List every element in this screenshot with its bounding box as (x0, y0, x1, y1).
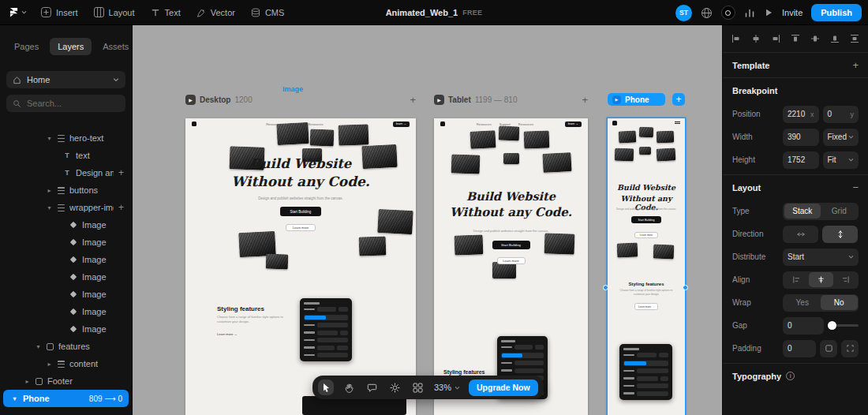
add-layer-icon[interactable]: + (118, 202, 124, 213)
learn-more-button[interactable]: Learn more (497, 257, 526, 264)
user-avatar[interactable]: ST (675, 5, 692, 21)
image-thumbnail[interactable] (339, 124, 369, 145)
hero-heading-line2[interactable]: Without any Code. (185, 174, 416, 189)
layer-row-image[interactable]: Image (0, 268, 132, 286)
slider-knob[interactable] (828, 321, 836, 330)
distribute-icon[interactable] (850, 34, 859, 43)
image-thumbnail[interactable] (617, 243, 638, 258)
image-thumbnail[interactable] (470, 130, 496, 149)
position-x-input[interactable]: 2210 x (783, 106, 819, 123)
image-thumbnail[interactable] (503, 153, 519, 164)
theme-toggle-icon[interactable] (387, 379, 402, 395)
gap-input[interactable]: 0 (783, 317, 824, 335)
layer-row-footer[interactable]: ▸ Footer (0, 372, 132, 390)
wrap-yes-option[interactable]: Yes (784, 295, 821, 310)
project-title[interactable]: Animated_Web_1 (386, 8, 458, 17)
collapse-section-icon[interactable]: − (852, 181, 859, 193)
image-thumbnail[interactable] (492, 262, 516, 279)
padding-uniform-button[interactable] (820, 340, 837, 357)
selection-handle-left[interactable] (603, 285, 608, 290)
selected-element-label[interactable]: Image (282, 85, 303, 93)
info-icon[interactable]: i (786, 372, 795, 380)
direction-vertical-button[interactable] (822, 226, 858, 243)
align-bottom-icon[interactable] (830, 34, 840, 43)
layer-row-buttons[interactable]: ▸ buttons (0, 181, 132, 199)
add-layer-icon[interactable]: + (118, 167, 124, 178)
phone-frame[interactable]: Build Website Without any Code. Design a… (608, 118, 685, 415)
layer-row-image[interactable]: Image (0, 320, 132, 338)
layer-row-image[interactable]: Image (0, 286, 132, 303)
layer-row-image[interactable]: Image (0, 251, 132, 268)
position-y-input[interactable]: 0 y (823, 106, 859, 123)
image-thumbnail[interactable] (544, 233, 575, 254)
width-mode-dropdown[interactable]: Fixed (823, 129, 859, 146)
desktop-frame[interactable]: Resources Support Resources learn → Buil… (185, 118, 416, 415)
typography-section-header[interactable]: Typography i (732, 364, 859, 388)
selection-handle-right[interactable] (683, 285, 688, 290)
align-middle-vertical-icon[interactable] (810, 34, 820, 43)
image-thumbnail[interactable] (639, 147, 651, 155)
padding-input[interactable]: 0 (783, 340, 816, 357)
hero-subtext[interactable]: Design and publish websites straight fro… (614, 208, 679, 211)
caret-right-icon[interactable]: ▸ (46, 361, 53, 368)
image-thumbnail[interactable] (653, 245, 675, 260)
cms-menu-button[interactable]: CMS (245, 4, 290, 21)
learn-more-button[interactable]: Learn more (634, 232, 658, 238)
layer-row-content[interactable]: ▸ content (0, 355, 132, 372)
play-icon[interactable]: ▶ (185, 95, 196, 105)
caret-right-icon[interactable]: ▸ (24, 378, 31, 385)
image-thumbnail[interactable] (499, 126, 520, 141)
caret-down-icon[interactable]: ▾ (46, 135, 53, 142)
image-thumbnail[interactable] (377, 209, 413, 234)
image-thumbnail[interactable] (310, 129, 335, 146)
hero-subtext[interactable]: Design and publish websites straight fro… (447, 229, 576, 233)
image-thumbnail[interactable] (657, 131, 675, 144)
align-left-icon[interactable] (731, 34, 741, 43)
text-tool-button[interactable]: Text (144, 4, 187, 21)
layout-section-header[interactable]: Layout − (732, 175, 859, 200)
image-thumbnail[interactable] (639, 127, 653, 138)
hero-heading-line2[interactable]: Without any Code. (434, 205, 588, 219)
hero-subtext[interactable]: Design and publish websites straight fro… (204, 196, 397, 200)
styling-panel-mockup[interactable] (300, 298, 352, 361)
play-icon[interactable]: ▶ (434, 95, 444, 105)
add-breakpoint-button[interactable]: + (672, 93, 685, 106)
styling-panel-mockup[interactable] (619, 344, 672, 400)
image-thumbnail[interactable] (619, 130, 637, 143)
image-thumbnail[interactable] (615, 148, 634, 162)
image-thumbnail[interactable] (359, 236, 387, 256)
tab-pages[interactable]: Pages (6, 38, 47, 55)
layer-row-text[interactable]: T text (0, 147, 132, 164)
image-thumbnail[interactable] (657, 148, 676, 161)
invite-button[interactable]: Invite (782, 8, 803, 17)
distribute-dropdown[interactable]: Start (783, 249, 859, 266)
vector-tool-button[interactable]: Vector (190, 4, 241, 21)
comment-tool-button[interactable] (364, 379, 380, 395)
align-top-icon[interactable] (791, 34, 800, 43)
align-center-option[interactable] (809, 272, 833, 287)
phone-frame-header[interactable]: ▶ Phone + (608, 93, 685, 106)
image-thumbnail[interactable] (524, 130, 550, 148)
gap-slider[interactable] (828, 317, 859, 335)
image-thumbnail[interactable] (455, 234, 484, 255)
tab-assets[interactable]: Assets (95, 38, 137, 55)
app-logo-menu[interactable] (5, 4, 32, 21)
search-box[interactable] (6, 95, 125, 112)
hero-heading-line1[interactable]: Build Website (608, 183, 685, 192)
play-icon[interactable]: ▶ (612, 95, 621, 104)
wrap-no-option[interactable]: No (821, 295, 858, 310)
tablet-frame[interactable]: Resources Support Resources learn → Buil… (434, 118, 588, 415)
caret-down-icon[interactable]: ▾ (11, 395, 18, 402)
layer-row-hero-text[interactable]: ▾ hero-text (0, 129, 132, 147)
record-icon[interactable] (721, 6, 735, 20)
height-input[interactable]: 1752 (783, 151, 819, 169)
preview-play-icon[interactable] (764, 8, 773, 17)
start-building-button[interactable]: Start Building (280, 207, 321, 216)
layer-row-design[interactable]: T Design and p + (0, 164, 132, 181)
search-input[interactable] (27, 99, 119, 108)
layer-row-features[interactable]: ▾ features (0, 338, 132, 355)
image-thumbnail[interactable] (451, 154, 481, 174)
padding-individual-button[interactable] (841, 340, 859, 357)
cursor-tool-button[interactable] (318, 379, 334, 395)
start-building-button[interactable]: Start Building (631, 216, 661, 223)
